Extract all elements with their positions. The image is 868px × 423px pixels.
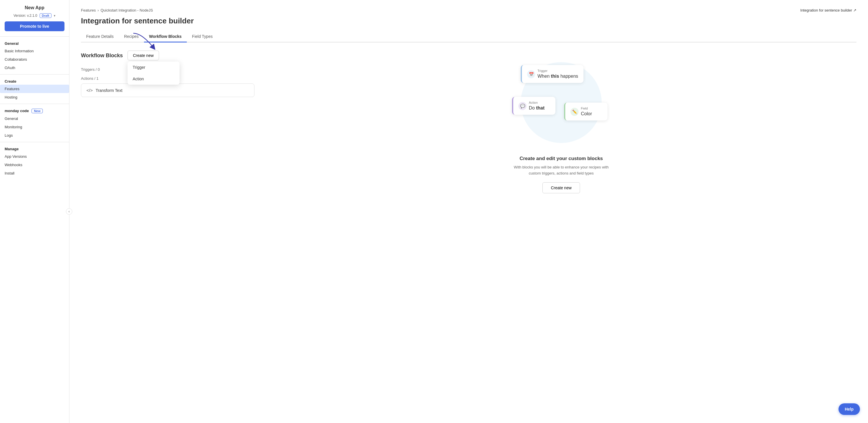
sidebar-item-general[interactable]: General (0, 115, 69, 123)
sidebar-item-basic-information[interactable]: Basic Information (0, 47, 69, 55)
cta-description: With blocks you will be able to enhance … (509, 164, 613, 176)
divider-create (0, 74, 69, 74)
monday-code-new-badge: New (32, 109, 43, 113)
field-card: ✏️ Field Color (564, 103, 608, 121)
dropdown-item-action[interactable]: Action (127, 73, 180, 85)
breadcrumb: Features › Quickstart Integration - Node… (81, 8, 857, 12)
version-label: Version: v.2.1.0 (13, 13, 37, 18)
cta-create-new-button[interactable]: Create new (542, 182, 580, 193)
app-title: New App (5, 5, 64, 10)
external-link-label: Integration for sentence builder (800, 8, 852, 12)
field-card-type: Field (581, 107, 592, 110)
page-title: Integration for sentence builder (81, 17, 857, 25)
breadcrumb-child: Quickstart Integration - NodeJS (101, 8, 153, 12)
version-chevron-icon[interactable]: ▾ (54, 14, 56, 18)
tab-workflow-blocks[interactable]: Workflow Blocks (144, 31, 187, 42)
external-link-row[interactable]: Integration for sentence builder ↗ (800, 8, 857, 12)
action-card: 💬 Action Do that (512, 97, 555, 115)
transform-text-block[interactable]: </> Transform Text (81, 84, 254, 97)
field-card-value: Color (581, 111, 592, 117)
sidebar-item-features[interactable]: Features (0, 85, 69, 93)
sidebar-collapse-button[interactable]: ‹ (66, 208, 72, 215)
tabs-bar: Feature Details Recipes Workflow Blocks … (81, 31, 857, 42)
action-card-icon: 💬 (519, 102, 527, 110)
tab-feature-details[interactable]: Feature Details (81, 31, 119, 42)
sidebar-item-app-versions[interactable]: App Versions (0, 152, 69, 161)
section-label-manage: Manage (0, 144, 69, 152)
breadcrumb-root[interactable]: Features (81, 8, 96, 12)
cta-title: Create and edit your custom blocks (520, 156, 603, 162)
section-label-create: Create (0, 77, 69, 85)
sidebar: New App Version: v.2.1.0 Draft ▾ Promote… (0, 0, 69, 423)
create-new-wrapper: Create new Trigger Action (127, 51, 159, 60)
sidebar-item-oauth[interactable]: OAuth (0, 64, 69, 72)
external-link-icon: ↗ (853, 8, 857, 12)
illustration: 📅 Trigger When this happens 💬 Ac (509, 56, 613, 149)
action-card-value: Do that (529, 105, 545, 111)
right-panel: 📅 Trigger When this happens 💬 Ac (266, 51, 857, 193)
transform-text-label: Transform Text (96, 88, 123, 93)
divider-general (0, 36, 69, 37)
sidebar-item-collaborators[interactable]: Collaborators (0, 55, 69, 64)
create-new-button[interactable]: Create new (127, 51, 159, 60)
sidebar-item-monitoring[interactable]: Monitoring (0, 123, 69, 131)
code-icon: </> (87, 88, 93, 93)
section-label-general: General (0, 39, 69, 47)
draft-badge[interactable]: Draft (40, 13, 52, 18)
sidebar-item-install[interactable]: Install (0, 169, 69, 177)
trigger-card-icon: 📅 (527, 70, 535, 78)
dropdown-item-trigger[interactable]: Trigger (127, 62, 180, 73)
tab-recipes[interactable]: Recipes (119, 31, 144, 42)
version-row: Version: v.2.1.0 Draft ▾ (5, 13, 64, 18)
left-panel: Workflow Blocks Create new T (81, 51, 266, 193)
content-area: Workflow Blocks Create new T (81, 51, 857, 193)
field-card-icon: ✏️ (570, 108, 579, 116)
divider-manage (0, 142, 69, 142)
section-label-monday-code: monday code New (0, 106, 69, 115)
promote-to-live-button[interactable]: Promote to live (5, 21, 64, 31)
workflow-blocks-title: Workflow Blocks (81, 53, 123, 59)
sidebar-header: New App Version: v.2.1.0 Draft ▾ Promote… (0, 0, 69, 34)
sidebar-item-hosting[interactable]: Hosting (0, 93, 69, 101)
divider-monday-code (0, 104, 69, 104)
help-button[interactable]: Help (838, 403, 860, 415)
breadcrumb-separator: › (97, 8, 99, 12)
section-header: Workflow Blocks Create new T (81, 51, 254, 60)
dropdown-menu: Trigger Action (127, 62, 180, 85)
tab-field-types[interactable]: Field Types (187, 31, 218, 42)
trigger-card-type: Trigger (537, 69, 578, 72)
trigger-card-value: When this happens (537, 74, 578, 79)
sidebar-item-webhooks[interactable]: Webhooks (0, 161, 69, 169)
action-card-type: Action (529, 101, 545, 104)
main-content: Integration for sentence builder ↗ Featu… (69, 0, 868, 423)
sidebar-item-logs[interactable]: Logs (0, 131, 69, 139)
trigger-card: 📅 Trigger When this happens (521, 65, 584, 83)
